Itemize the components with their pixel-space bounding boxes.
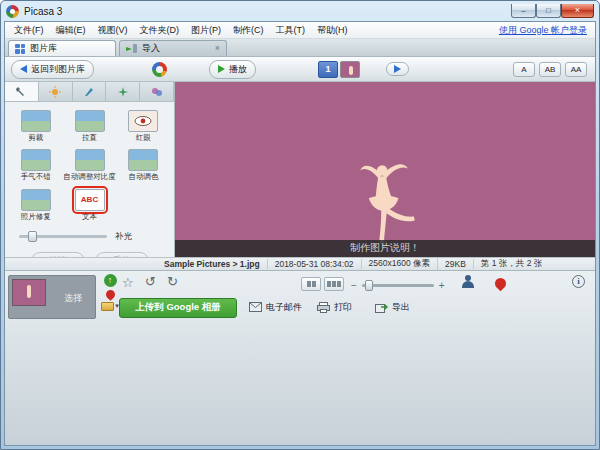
- import-icon: [126, 44, 137, 54]
- menu-picture[interactable]: 图片(P): [185, 23, 227, 38]
- menu-create[interactable]: 制作(C): [227, 23, 270, 38]
- tools-grid: 剪裁 拉直 红眼 手气不错: [5, 102, 174, 223]
- tab-library[interactable]: 图片库: [8, 40, 116, 56]
- view-mode-button-1[interactable]: [301, 277, 321, 291]
- fill-light-slider-thumb[interactable]: [28, 231, 37, 242]
- tab-import-close-icon[interactable]: ×: [215, 44, 220, 53]
- caption-bar[interactable]: 制作图片说明！: [175, 240, 595, 257]
- tool-auto-contrast[interactable]: 自动调整对比度: [63, 149, 116, 181]
- view-mode-button-2[interactable]: [324, 277, 344, 291]
- tool-im-feeling-lucky[interactable]: 手气不错: [10, 149, 61, 181]
- selected-photo-badge[interactable]: 1: [318, 61, 338, 78]
- library-grid-icon: [15, 44, 25, 54]
- tab-basic-fixes[interactable]: [5, 82, 39, 101]
- zoom-slider[interactable]: [362, 284, 434, 287]
- menu-file[interactable]: 文件(F): [8, 23, 50, 38]
- tool-crop[interactable]: 剪裁: [10, 110, 61, 142]
- create-swirl-icon[interactable]: [152, 62, 167, 77]
- close-button[interactable]: ×: [561, 4, 594, 18]
- tab-tuning[interactable]: [39, 82, 73, 101]
- edit-tab-strip: [5, 82, 174, 102]
- picasa-window: Picasa 3 – □ × 文件(F) 编辑(E) 视图(V) 文件夹(D) …: [0, 0, 600, 450]
- crop-tool-icon: [21, 110, 51, 132]
- size-buttons-group: A AB AA: [513, 62, 589, 77]
- status-bar: Sample Pictures > 1.jpg 2018-05-31 08:34…: [5, 257, 595, 270]
- selection-tray[interactable]: 选择: [8, 275, 96, 319]
- upload-to-google-button[interactable]: 上传到 Google 相册: [119, 298, 237, 318]
- status-position: 第 1 张，共 2 张: [474, 258, 549, 270]
- retouch-tool-icon: [21, 189, 51, 211]
- menu-tools[interactable]: 工具(T): [270, 23, 312, 38]
- tool-auto-color[interactable]: 自动调色: [118, 149, 169, 181]
- back-to-library-button[interactable]: 返回到图片库: [11, 60, 94, 79]
- next-arrow-icon: [394, 65, 401, 73]
- main-toolbar: 返回到图片库 播放 1 A AB AA: [5, 57, 595, 82]
- folder-dropdown[interactable]: ▾: [101, 302, 119, 311]
- tab-effects-3[interactable]: [140, 82, 174, 101]
- photo-thumbnail[interactable]: [340, 61, 360, 78]
- fill-light-slider[interactable]: [19, 235, 107, 238]
- fill-light-label: 补光: [115, 231, 132, 243]
- next-photo-button[interactable]: [386, 62, 409, 76]
- caption-placeholder: 制作图片说明！: [350, 241, 420, 255]
- hold-selection-icon[interactable]: ↑: [104, 274, 117, 287]
- straighten-tool-icon: [75, 110, 105, 132]
- people-button[interactable]: [461, 275, 475, 289]
- window-controls: – □ ×: [511, 4, 594, 18]
- rotate-left-button[interactable]: ↺: [145, 275, 156, 288]
- status-file-path: Sample Pictures > 1.jpg: [157, 259, 268, 269]
- tab-library-label: 图片库: [30, 42, 57, 55]
- tool-empty-slot: [118, 189, 169, 221]
- tray-select-label: 选择: [51, 292, 95, 305]
- size-button-large[interactable]: AA: [565, 62, 587, 77]
- tray-thumbnail[interactable]: [12, 279, 46, 306]
- size-button-medium[interactable]: AB: [539, 62, 561, 77]
- size-button-small[interactable]: A: [513, 62, 535, 77]
- tool-text[interactable]: ABC 文本: [63, 189, 116, 221]
- photo-selector-strip: 1: [318, 61, 360, 78]
- zoom-control: − +: [351, 280, 445, 291]
- sparkle-icon: [117, 86, 129, 98]
- filter-icon: [151, 86, 163, 98]
- zoom-in-icon[interactable]: +: [439, 280, 445, 291]
- tab-import[interactable]: 导入 ×: [119, 40, 227, 56]
- info-button[interactable]: i: [572, 275, 585, 288]
- pin-selection-icon[interactable]: [104, 288, 117, 301]
- tab-effects-1[interactable]: [73, 82, 107, 101]
- email-label: 电子邮件: [266, 301, 302, 314]
- tab-import-label: 导入: [142, 42, 160, 55]
- status-dimensions: 2560x1600 像素: [362, 258, 438, 270]
- email-button[interactable]: 电子邮件: [249, 301, 302, 314]
- fill-light-row: 补光: [5, 223, 174, 245]
- menu-view[interactable]: 视图(V): [92, 23, 134, 38]
- export-button[interactable]: 导出: [375, 301, 410, 314]
- play-button[interactable]: 播放: [209, 60, 256, 79]
- redeye-tool-icon: [128, 110, 158, 132]
- photo-canvas[interactable]: 制作图片说明！: [175, 82, 595, 257]
- zoom-out-icon[interactable]: −: [351, 280, 357, 291]
- menu-folder[interactable]: 文件夹(D): [134, 23, 186, 38]
- places-button[interactable]: [493, 275, 509, 291]
- window-title: Picasa 3: [24, 6, 62, 17]
- menu-edit[interactable]: 编辑(E): [50, 23, 92, 38]
- zoom-slider-thumb[interactable]: [365, 280, 373, 291]
- maximize-button[interactable]: □: [536, 4, 561, 18]
- status-datetime: 2018-05-31 08:34:02: [268, 259, 362, 269]
- bottom-panel: 选择 ↑ ▾ ☆ ↺ ↻ − +: [5, 270, 595, 446]
- sun-icon: [49, 86, 61, 98]
- tab-effects-2[interactable]: [106, 82, 140, 101]
- print-label: 打印: [334, 301, 352, 314]
- tool-straighten[interactable]: 拉直: [63, 110, 116, 142]
- menu-help[interactable]: 帮助(H): [311, 23, 354, 38]
- tool-retouch[interactable]: 照片修复: [10, 189, 61, 221]
- rotate-right-button[interactable]: ↻: [167, 275, 178, 288]
- print-button[interactable]: 打印: [317, 301, 352, 314]
- brush-icon: [83, 86, 95, 98]
- back-arrow-icon: [20, 65, 27, 73]
- tray-mini-actions: ↑ ▾: [100, 274, 120, 311]
- star-button[interactable]: ☆: [122, 276, 134, 289]
- minimize-button[interactable]: –: [511, 4, 536, 18]
- tool-redeye[interactable]: 红眼: [118, 110, 169, 142]
- auto-color-tool-icon: [128, 149, 158, 171]
- google-login-link[interactable]: 使用 Google 帐户登录: [499, 24, 592, 37]
